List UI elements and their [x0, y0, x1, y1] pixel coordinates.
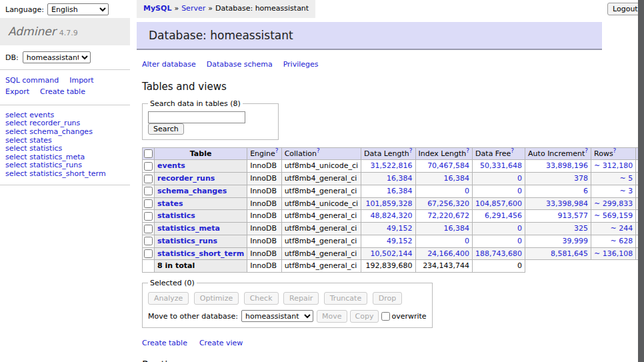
overwrite-label[interactable]: overwrite — [391, 312, 426, 321]
data-length-link[interactable]: 31,522,816 — [371, 161, 413, 170]
help-link[interactable]: ? — [585, 147, 588, 154]
index-length-link[interactable]: 67,256,320 — [427, 199, 469, 208]
rows-count-link[interactable]: ~ 628 — [610, 237, 633, 245]
table-name-link[interactable]: states — [157, 199, 183, 208]
truncate-button[interactable]: Truncate — [324, 292, 367, 305]
table-name-link[interactable]: statistics_runs — [157, 237, 217, 245]
data-free-link[interactable]: 6,291,456 — [485, 211, 522, 220]
row-checkbox[interactable] — [144, 212, 153, 221]
move-button[interactable]: Move — [317, 310, 347, 323]
privileges-link[interactable]: Privileges — [283, 60, 319, 69]
row-checkbox[interactable] — [144, 162, 153, 171]
data-free-link[interactable]: 0 — [517, 174, 522, 183]
language-select[interactable]: English — [47, 3, 109, 15]
alter-database-link[interactable]: Alter database — [142, 60, 196, 69]
table-name-link[interactable]: statistics_meta — [157, 224, 220, 233]
auto-increment-link[interactable]: 33,898,196 — [546, 161, 588, 170]
data-length-link[interactable]: 49,152 — [387, 237, 413, 245]
row-checkbox[interactable] — [144, 225, 153, 233]
rows-count-link[interactable]: ~ 3 — [619, 187, 633, 195]
create-view-link[interactable]: Create view — [199, 339, 243, 347]
row-checkbox[interactable] — [144, 187, 153, 195]
check-button[interactable]: Check — [244, 292, 279, 305]
index-length-link[interactable]: 70,467,584 — [427, 161, 469, 170]
collation-cell: utf8mb4_general_ci — [281, 235, 361, 247]
row-checkbox[interactable] — [144, 237, 153, 245]
row-checkbox[interactable] — [144, 199, 153, 208]
sidebar-item-select-statistics[interactable]: select statistics — [5, 145, 125, 153]
column-header-data-length: Data Length — [364, 149, 409, 158]
search-input[interactable] — [148, 111, 245, 123]
index-length-link[interactable]: 0 — [465, 187, 469, 195]
copy-button[interactable]: Copy — [350, 310, 379, 323]
data-length-link[interactable]: 49,152 — [387, 224, 413, 233]
move-database-select[interactable]: homeassistant — [241, 310, 313, 322]
rows-count-link[interactable]: ~ 312,180 — [594, 161, 633, 170]
index-length-link[interactable]: 0 — [465, 237, 469, 245]
sidebar-create-table-link[interactable]: Create table — [40, 87, 85, 96]
help-link[interactable]: ? — [275, 147, 279, 154]
breadcrumb-separator: » — [208, 4, 213, 13]
index-length-link[interactable]: 72,220,672 — [427, 211, 469, 220]
db-select[interactable]: homeassistant — [23, 51, 91, 63]
index-length-link[interactable]: 24,166,400 — [427, 249, 469, 258]
index-length-link[interactable]: 16,384 — [444, 174, 470, 183]
data-free-link[interactable]: 0 — [517, 187, 522, 195]
sidebar-item-select-statistics-short-term[interactable]: select statistics_short_term — [5, 170, 125, 179]
data-free-link[interactable]: 0 — [517, 237, 522, 245]
drop-button[interactable]: Drop — [373, 292, 402, 305]
table-name-link[interactable]: schema_changes — [157, 187, 227, 195]
auto-increment-link[interactable]: 33,398,984 — [546, 199, 588, 208]
auto-increment-link[interactable]: 913,577 — [558, 211, 589, 220]
help-link[interactable]: ? — [511, 147, 514, 154]
help-link[interactable]: ? — [613, 147, 617, 154]
sidebar-export-link[interactable]: Export — [5, 87, 29, 96]
help-link[interactable]: ? — [409, 147, 413, 154]
data-free-link[interactable]: 104,857,600 — [475, 199, 522, 208]
table-name-link[interactable]: recorder_runs — [157, 174, 215, 183]
data-free-link[interactable]: 50,331,648 — [480, 161, 522, 170]
optimize-button[interactable]: Optimize — [194, 292, 239, 305]
help-link[interactable]: ? — [317, 147, 320, 154]
table-name-link[interactable]: events — [157, 161, 185, 170]
main-content: Database: homeassistant Alter databaseDa… — [137, 22, 603, 362]
sidebar-import-link[interactable]: Import — [69, 76, 94, 85]
analyze-button[interactable]: Analyze — [148, 292, 189, 305]
rows-count-link[interactable]: ~ 299,833 — [594, 199, 633, 208]
data-free-link[interactable]: 0 — [517, 224, 522, 233]
rows-count-link[interactable]: ~ 136,108 — [594, 249, 633, 258]
database-schema-link[interactable]: Database schema — [207, 60, 273, 69]
data-length-link[interactable]: 16,384 — [387, 174, 413, 183]
row-checkbox[interactable] — [144, 249, 153, 258]
table-name-link[interactable]: statistics_short_term — [157, 249, 244, 258]
index-length-link[interactable]: 16,384 — [444, 224, 470, 233]
search-button[interactable]: Search — [148, 123, 184, 135]
collation-cell: utf8mb4_general_ci — [281, 185, 361, 197]
breadcrumb-mysql-link[interactable]: MySQL — [143, 4, 171, 13]
select-all-checkbox[interactable] — [144, 149, 153, 158]
data-length-link[interactable]: 101,859,328 — [366, 199, 413, 208]
data-length-link[interactable]: 48,824,320 — [371, 211, 413, 220]
rows-count-link[interactable]: ~ 244 — [610, 224, 633, 233]
data-length-link[interactable]: 16,384 — [387, 187, 413, 195]
sidebar-item-select-schema-changes[interactable]: select schema_changes — [5, 128, 125, 137]
sidebar-sql-command-link[interactable]: SQL command — [5, 76, 59, 85]
create-table-link[interactable]: Create table — [142, 339, 187, 347]
help-link[interactable]: ? — [466, 147, 469, 154]
rows-count-link[interactable]: ~ 5 — [619, 174, 633, 183]
auto-increment-link[interactable]: 8,581,645 — [551, 249, 588, 258]
auto-increment-link[interactable]: 39,999 — [563, 237, 589, 245]
data-length-link[interactable]: 10,502,144 — [371, 249, 413, 258]
auto-increment-link[interactable]: 325 — [574, 224, 588, 233]
breadcrumb-server-link[interactable]: Server — [181, 4, 205, 13]
tables-overview-table: Table Engine? Collation? Data Length? In… — [142, 147, 644, 273]
auto-increment-link[interactable]: 378 — [574, 174, 588, 183]
auto-increment-link[interactable]: 6 — [583, 187, 588, 195]
repair-button[interactable]: Repair — [283, 292, 319, 305]
vertical-scrollbar[interactable] — [638, 0, 644, 362]
overwrite-checkbox[interactable] — [381, 312, 390, 321]
rows-count-link[interactable]: ~ 569,159 — [594, 211, 633, 220]
table-name-link[interactable]: statistics — [157, 211, 195, 220]
data-free-link[interactable]: 188,743,680 — [475, 249, 522, 258]
row-checkbox[interactable] — [144, 175, 153, 183]
